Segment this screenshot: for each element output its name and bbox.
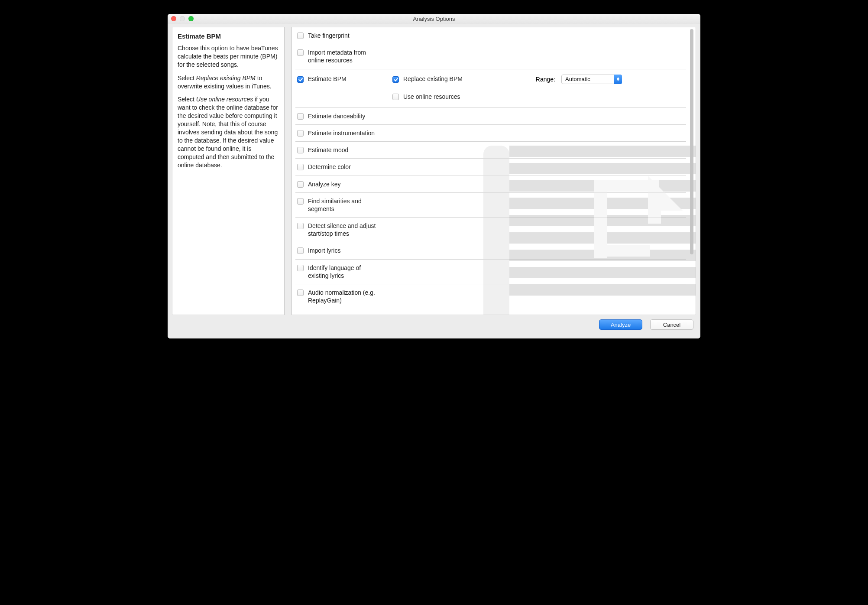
help-paragraph-2: Select Replace existing BPM to overwrite… [178,74,279,91]
option-row-estimate-danceability: Estimate danceability [295,108,686,125]
option-row-estimate-bpm: Estimate BPMReplace existing BPMRange:Au… [295,69,686,108]
option-row-detect-silence: Detect silence and adjust start/stop tim… [295,218,686,242]
label-estimate-instrumentation: Estimate instrumentation [308,129,375,137]
checkbox-estimate-mood[interactable] [297,147,304,153]
scrollbar[interactable] [689,29,695,254]
option-row-estimate-instrumentation: Estimate instrumentation [295,125,686,142]
dialog-footer: Analyze Cancel [168,315,700,338]
range-label: Range: [518,76,557,83]
option-row-take-fingerprint: Take fingerprint [295,27,686,44]
help-paragraph-3: Select Use online resources if you want … [178,95,279,169]
checkbox-identify-language[interactable] [297,265,304,271]
label-replace-existing-bpm: Replace existing BPM [403,75,463,83]
checkbox-import-lyrics[interactable] [297,247,304,254]
window-title: Analysis Options [413,16,455,22]
options-panel: Take fingerprintImport metadata from onl… [291,27,696,315]
options-scroll[interactable]: Take fingerprintImport metadata from onl… [292,27,696,315]
checkbox-replace-existing-bpm[interactable] [392,76,399,83]
label-import-metadata: Import metadata from online resources [308,49,382,64]
checkbox-analyze-key[interactable] [297,181,304,188]
label-determine-color: Determine color [308,163,351,171]
checkbox-detect-silence[interactable] [297,223,304,229]
label-take-fingerprint: Take fingerprint [308,32,350,39]
label-identify-language: Identify language of existing lyrics [308,264,382,280]
label-find-similarities: Find similarities and segments [308,197,382,213]
close-window-button[interactable] [171,16,176,21]
content-area: Estimate BPM Choose this option to have … [168,24,700,315]
option-row-audio-normalization: Audio normalization (e.g. ReplayGain) [295,284,686,309]
titlebar: Analysis Options [168,14,700,24]
option-row-find-similarities: Find similarities and segments [295,193,686,218]
checkbox-import-metadata[interactable] [297,49,304,56]
option-row-import-metadata: Import metadata from online resources [295,44,686,69]
label-estimate-bpm: Estimate BPM [308,75,347,83]
zoom-window-button[interactable] [188,16,194,21]
option-row-estimate-mood: Estimate mood [295,142,686,159]
cancel-button[interactable]: Cancel [650,319,693,330]
range-select[interactable]: Automatic [561,75,622,84]
label-estimate-danceability: Estimate danceability [308,112,365,120]
label-import-lyrics: Import lyrics [308,247,340,254]
label-estimate-mood: Estimate mood [308,146,348,154]
checkbox-estimate-bpm[interactable] [297,76,304,83]
checkbox-estimate-instrumentation[interactable] [297,130,304,137]
option-row-identify-language: Identify language of existing lyrics [295,260,686,284]
checkbox-determine-color[interactable] [297,164,304,170]
option-row-determine-color: Determine color [295,159,686,176]
checkbox-use-online-resources[interactable] [392,94,399,100]
checkbox-audio-normalization[interactable] [297,289,304,296]
help-heading: Estimate BPM [178,33,279,40]
analyze-button[interactable]: Analyze [599,319,642,330]
help-paragraph-1: Choose this option to have beaTunes calc… [178,44,279,69]
checkbox-find-similarities[interactable] [297,198,304,205]
label-analyze-key: Analyze key [308,180,340,188]
analysis-options-window: Analysis Options Estimate BPM Choose thi… [168,14,700,338]
checkbox-estimate-danceability[interactable] [297,113,304,120]
label-detect-silence: Detect silence and adjust start/stop tim… [308,222,382,237]
option-row-analyze-key: Analyze key [295,176,686,193]
option-row-import-lyrics: Import lyrics [295,242,686,259]
minimize-window-button[interactable] [180,16,185,21]
traffic-lights [171,16,194,21]
label-audio-normalization: Audio normalization (e.g. ReplayGain) [308,289,382,304]
help-panel: Estimate BPM Choose this option to have … [172,27,285,315]
scrollbar-thumb[interactable] [690,29,693,254]
label-use-online-resources: Use online resources [403,93,460,101]
checkbox-take-fingerprint[interactable] [297,33,304,39]
